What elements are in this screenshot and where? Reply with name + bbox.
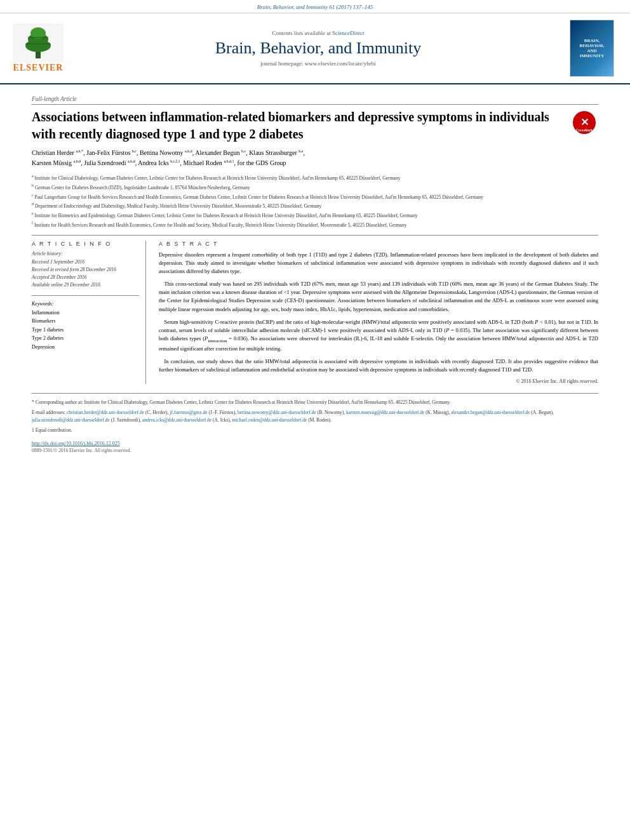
journal-center: Contents lists available at ScienceDirec…: [76, 20, 560, 77]
abstract-heading: A B S T R A C T: [159, 241, 598, 247]
author-alexander: Alexander Begun b,c: [195, 149, 246, 156]
article-info-heading: A R T I C L E I N F O: [32, 241, 139, 247]
journal-homepage: journal homepage: www.elsevier.com/locat…: [260, 60, 375, 67]
journal-volume-info: Brain, Behavior, and Immunity 61 (2017) …: [0, 0, 630, 13]
email-nowotny[interactable]: bettina.nowotny@ddz.uni-duesseldorf.de: [238, 410, 316, 415]
affil-a: a Institute for Clinical Diabetology, Ge…: [32, 173, 598, 182]
email-begun[interactable]: alexander.begun@ddz.uni-duesseldorf.de: [451, 410, 530, 415]
affil-d: d Department of Endocrinology and Diabet…: [32, 201, 598, 210]
keyword-biomarkers: Biomarkers: [32, 317, 139, 326]
affil-c: c Paul Langerhans Group for Health Servi…: [32, 192, 598, 201]
affil-e: e Institute for Biometrics and Epidemiol…: [32, 211, 598, 219]
abstract-para-2: This cross-sectional study was based on …: [159, 280, 598, 314]
affil-f: f Institute for Health Services Research…: [32, 220, 598, 229]
keyword-depression: Depression: [32, 343, 139, 352]
journal-title: Brain, Behavior, and Immunity: [215, 39, 422, 58]
abstract-text: Depressive disorders represent a frequen…: [159, 251, 598, 375]
authors-line: Christian Herder a,b,*, Jan-Felix Fürsto…: [32, 148, 598, 168]
divider-keywords: [32, 295, 139, 296]
elsevier-tree-icon: [13, 23, 64, 62]
author-klaus: Klaus Strassburger b,e: [249, 149, 303, 156]
article-info-column: A R T I C L E I N F O Article history: R…: [32, 241, 146, 385]
email-addresses-row: E-mail addresses: christian.herder@ddz.u…: [32, 409, 598, 424]
elsevier-wordmark: ELSEVIER: [13, 63, 64, 73]
page: Brain, Behavior, and Immunity 61 (2017) …: [0, 0, 630, 840]
keywords-label: Keywords:: [32, 301, 139, 307]
author-gds: for the GDS Group: [238, 159, 286, 166]
svg-text:CrossMark: CrossMark: [576, 128, 593, 132]
corresponding-author-note: * Corresponding author at: Institute for…: [32, 399, 598, 406]
author-andrea: Andrea Icks b,c,f,1: [138, 159, 180, 166]
online-date: Available online 29 December 2016: [32, 281, 139, 289]
affiliations: a Institute for Clinical Diabetology, Ge…: [32, 173, 598, 229]
email-icks[interactable]: andrea.icks@ddz.uni-duesseldorf.de: [142, 417, 211, 423]
accepted-date: Accepted 28 December 2016: [32, 274, 139, 281]
abstract-para-1: Depressive disorders represent a frequen…: [159, 251, 598, 276]
cover-title-text: BRAIN,BEHAVIOR,ANDIMMUNITY: [580, 38, 605, 58]
sciencedirect-link[interactable]: ScienceDirect: [332, 30, 364, 36]
abstract-copyright: © 2016 Elsevier Inc. All rights reserved…: [159, 378, 598, 384]
main-content: Full-length Article Associations between…: [0, 84, 630, 460]
article-body-columns: A R T I C L E I N F O Article history: R…: [32, 241, 598, 385]
doi-link[interactable]: http://dx.doi.org/10.1016/j.bbi.2016.12.…: [32, 441, 120, 446]
author-michael: Michael Roden a,b,d,1: [184, 159, 234, 166]
email-herder[interactable]: christian.herder@ddz.uni-duesseldorf.de: [67, 410, 144, 415]
author-christian-herder: Christian Herder a,b,*: [32, 149, 83, 156]
author-jan-felix: Jan-Felix Fürstos b,c: [86, 149, 137, 156]
journal-header: ELSEVIER Contents lists available at Sci…: [0, 13, 630, 84]
divider-top: [32, 235, 598, 236]
abstract-para-3: Serum high-sensitivity C-reactive protei…: [159, 318, 598, 353]
abstract-para-4: In conclusion, our study shows that the …: [159, 357, 598, 374]
equal-contribution-note: 1 Equal contribution.: [32, 427, 598, 434]
article-title: Associations between inflammation-relate…: [32, 109, 566, 143]
email-fuerstos[interactable]: jf.fuerstos@gmx.de: [170, 410, 207, 415]
crossmark-badge: ✕ CrossMark: [573, 111, 598, 137]
email-label: E-mail addresses:: [32, 410, 65, 415]
footnotes-section: * Corresponding author at: Institute for…: [32, 393, 598, 434]
elsevier-logo: ELSEVIER: [6, 20, 70, 77]
author-julia: Julia Szendroedi a,b,d: [84, 159, 135, 166]
corresponding-author-text: * Corresponding author at: Institute for…: [32, 399, 450, 405]
email-mussig[interactable]: karsten.muessig@ddz.uni-duesseldorf.de: [346, 410, 424, 415]
article-title-section: Associations between inflammation-relate…: [32, 109, 598, 143]
sciencedirect-line: Contents lists available at ScienceDirec…: [272, 30, 365, 36]
svg-point-4: [30, 27, 46, 39]
issn-line: 0889-1591/© 2016 Elsevier Inc. All right…: [32, 448, 598, 453]
email-roden[interactable]: michael.roden@ddz.uni-duesseldorf.de: [232, 417, 307, 423]
svg-text:✕: ✕: [580, 117, 589, 128]
article-history: Article history: Received 1 September 20…: [32, 251, 139, 289]
keyword-type2: Type 2 diabetes: [32, 334, 139, 343]
author-bettina: Bettina Nowotny a,b,d: [140, 149, 192, 156]
abstract-column: A B S T R A C T Depressive disorders rep…: [159, 241, 598, 385]
keyword-type1: Type 1 diabetes: [32, 326, 139, 335]
crossmark-icon: ✕ CrossMark: [573, 111, 596, 134]
keywords-section: Keywords: Inflammation Biomarkers Type 1…: [32, 301, 139, 352]
revised-date: Received in revised form 28 December 201…: [32, 266, 139, 274]
keyword-inflammation: Inflammation: [32, 309, 139, 317]
volume-info-text: Brain, Behavior, and Immunity 61 (2017) …: [257, 4, 373, 10]
history-label: Article history:: [32, 251, 139, 257]
article-type: Full-length Article: [32, 96, 598, 105]
email-szendroedi[interactable]: julia.szendroedi@ddz.uni-duesseldorf.de: [32, 417, 110, 423]
affil-b: b German Center for Diabetes Research (D…: [32, 183, 598, 191]
received-date: Received 1 September 2016: [32, 258, 139, 266]
author-karsten: Karsten Müssig a,b,d: [32, 159, 81, 166]
doi-section: http://dx.doi.org/10.1016/j.bbi.2016.12.…: [32, 441, 598, 453]
doi-link-row: http://dx.doi.org/10.1016/j.bbi.2016.12.…: [32, 441, 598, 446]
journal-cover-image: BRAIN,BEHAVIOR,ANDIMMUNITY: [566, 20, 617, 77]
